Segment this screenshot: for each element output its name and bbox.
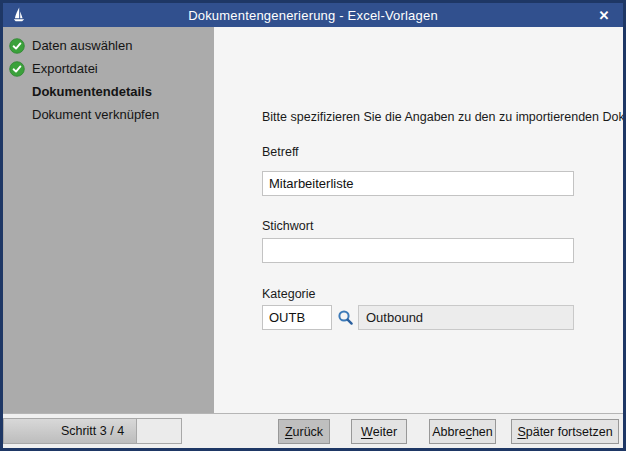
button-row: Zurück Weiter Abbrechen Später fortsetze… (278, 419, 619, 444)
sidebar-item-label: Exportdatei (32, 61, 98, 76)
close-icon[interactable]: ✕ (595, 3, 613, 27)
kategorie-code-input[interactable] (262, 305, 332, 330)
icon-placeholder (9, 84, 25, 100)
step-label: Schritt 3 / 4 (4, 419, 181, 443)
sidebar-item-dokument-verknuepfen[interactable]: Dokument verknüpfen (3, 103, 214, 126)
next-button[interactable]: Weiter (351, 419, 407, 444)
kategorie-label: Kategorie (262, 287, 316, 301)
wizard-sidebar: Daten auswählen Exportdatei Dokumentende… (3, 27, 214, 413)
stichwort-label: Stichwort (262, 219, 313, 233)
form-content: Bitte spezifizieren Sie die Angaben zu d… (214, 27, 623, 413)
check-circle-icon (9, 61, 25, 77)
betreff-input[interactable] (262, 171, 574, 196)
search-icon[interactable] (337, 309, 354, 326)
titlebar: Dokumentengenerierung - Excel-Vorlagen ✕ (3, 3, 623, 27)
cancel-button[interactable]: Abbrechen (429, 419, 496, 444)
icon-placeholder (9, 107, 25, 123)
instruction-text: Bitte spezifizieren Sie die Angaben zu d… (262, 110, 623, 124)
check-circle-icon (9, 38, 25, 54)
step-progress: Schritt 3 / 4 (3, 418, 182, 444)
betreff-label: Betreff (262, 145, 299, 159)
sidebar-item-label: Dokument verknüpfen (32, 107, 159, 122)
sidebar-item-label: Dokumentendetails (32, 84, 152, 99)
kategorie-row: Outbound (262, 305, 574, 330)
sidebar-item-label: Daten auswählen (32, 38, 132, 53)
kategorie-description-field: Outbound (358, 305, 574, 330)
sidebar-item-daten-auswaehlen[interactable]: Daten auswählen (3, 34, 214, 57)
footer-bar: Schritt 3 / 4 Zurück Weiter Abbrechen Sp… (3, 413, 623, 448)
window-title: Dokumentengenerierung - Excel-Vorlagen (3, 3, 623, 27)
sidebar-item-dokumentendetails[interactable]: Dokumentendetails (3, 80, 214, 103)
later-button[interactable]: Später fortsetzen (511, 419, 619, 444)
stichwort-input[interactable] (262, 238, 574, 263)
back-button[interactable]: Zurück (278, 419, 330, 444)
sidebar-item-exportdatei[interactable]: Exportdatei (3, 57, 214, 80)
dialog-window: Dokumentengenerierung - Excel-Vorlagen ✕… (0, 0, 626, 451)
main-area: Daten auswählen Exportdatei Dokumentende… (3, 27, 623, 413)
